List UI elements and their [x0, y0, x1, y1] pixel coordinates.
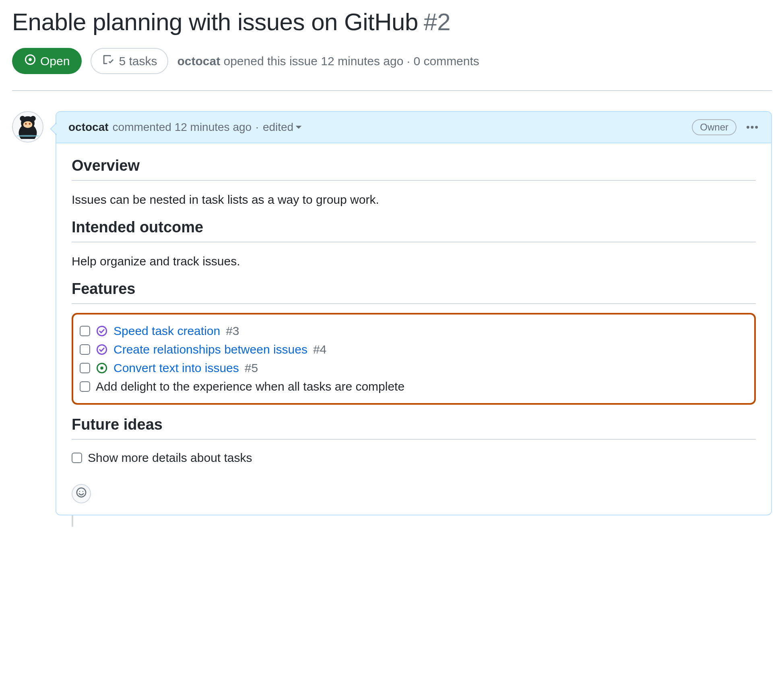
task-issue-link[interactable]: Convert text into issues	[113, 361, 239, 375]
issue-closed-icon	[96, 343, 108, 356]
svg-point-14	[97, 345, 106, 354]
heading-future-ideas: Future ideas	[72, 416, 756, 440]
task-checkbox[interactable]	[80, 363, 90, 373]
issue-author-link[interactable]: octocat	[177, 54, 220, 68]
svg-point-1	[29, 58, 32, 61]
task-item: Convert text into issues #5	[80, 359, 748, 377]
task-checkbox[interactable]	[72, 453, 82, 463]
task-issue-ref: #4	[313, 343, 326, 356]
issue-open-icon	[24, 54, 36, 68]
state-badge-open: Open	[12, 48, 82, 74]
task-issue-link[interactable]: Create relationships between issues	[113, 343, 307, 356]
task-issue-link[interactable]: Speed task creation	[113, 324, 220, 338]
caret-down-icon	[295, 121, 302, 134]
comment: octocat commented 12 minutes ago · edite…	[56, 111, 772, 515]
svg-point-16	[100, 366, 103, 370]
issue-title: Enable planning with issues on GitHub	[12, 8, 418, 36]
heading-intended-outcome: Intended outcome	[72, 219, 756, 242]
comment-menu-button[interactable]	[745, 120, 759, 134]
task-checkbox[interactable]	[80, 381, 90, 392]
heading-features: Features	[72, 280, 756, 304]
future-task-list: Show more details about tasks	[72, 449, 756, 467]
task-issue-ref: #5	[245, 361, 258, 375]
smiley-icon	[76, 487, 87, 501]
heading-overview: Overview	[72, 157, 756, 181]
issue-open-icon	[96, 362, 108, 374]
task-item: Add delight to the experience when all t…	[80, 377, 748, 396]
svg-point-13	[97, 326, 106, 335]
task-checkbox[interactable]	[80, 344, 90, 355]
add-reaction-button[interactable]	[72, 484, 91, 503]
tasks-pill-label: 5 tasks	[119, 54, 157, 68]
comment-header: octocat commented 12 minutes ago · edite…	[56, 112, 771, 143]
svg-point-6	[23, 121, 33, 128]
svg-point-12	[755, 126, 758, 129]
svg-point-5	[31, 116, 36, 121]
task-item: Speed task creation #3	[80, 322, 748, 340]
task-checkbox[interactable]	[80, 326, 90, 336]
state-badge-label: Open	[40, 54, 70, 68]
svg-point-11	[751, 126, 754, 129]
task-text: Show more details about tasks	[88, 451, 252, 465]
edited-dropdown[interactable]: edited	[263, 121, 302, 134]
svg-point-4	[20, 116, 25, 121]
svg-point-8	[29, 123, 31, 125]
tasks-pill[interactable]: 5 tasks	[91, 48, 168, 74]
timeline-line	[72, 515, 73, 527]
owner-badge: Owner	[692, 119, 737, 135]
task-issue-ref: #3	[226, 324, 239, 338]
task-item: Create relationships between issues #4	[80, 340, 748, 359]
svg-point-19	[83, 491, 83, 492]
svg-point-18	[79, 491, 80, 492]
comment-author-link[interactable]: octocat	[68, 121, 109, 134]
issue-header: Enable planning with issues on GitHub #2…	[12, 8, 772, 91]
features-task-list: Speed task creation #3Create relationshi…	[72, 313, 756, 405]
issue-meta-text: octocat opened this issue 12 minutes ago…	[177, 54, 479, 68]
paragraph-intended-outcome: Help organize and track issues.	[72, 254, 756, 268]
task-text: Add delight to the experience when all t…	[96, 380, 404, 393]
svg-point-9	[17, 135, 39, 137]
svg-point-17	[77, 488, 86, 497]
svg-point-10	[747, 126, 749, 129]
task-item: Show more details about tasks	[72, 449, 756, 467]
paragraph-overview: Issues can be nested in task lists as a …	[72, 193, 756, 207]
issue-number: #2	[424, 8, 451, 36]
comment-body: Overview Issues can be nested in task li…	[56, 143, 771, 515]
comment-timestamp[interactable]: commented 12 minutes ago	[113, 121, 252, 134]
issue-closed-icon	[96, 325, 108, 337]
svg-point-7	[25, 123, 27, 125]
avatar[interactable]	[12, 111, 43, 143]
checklist-icon	[102, 54, 114, 68]
